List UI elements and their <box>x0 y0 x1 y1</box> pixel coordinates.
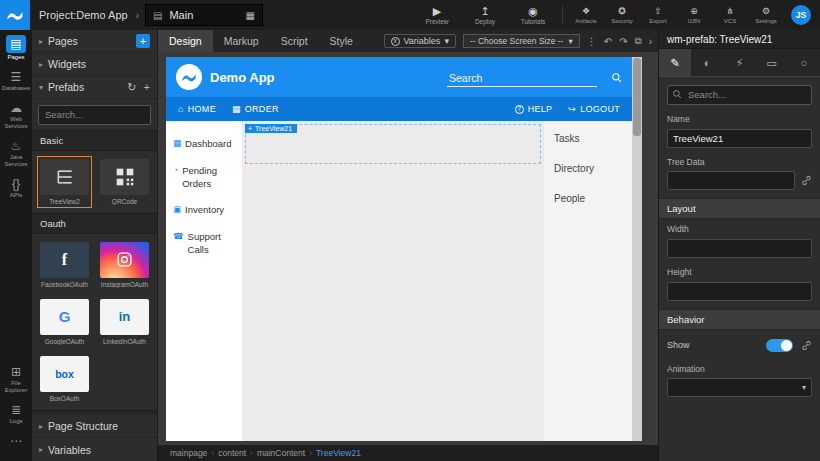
deploy-button[interactable]: ↥ Deploy <box>461 5 509 25</box>
widgets-section-header[interactable]: ▸ Widgets <box>32 53 157 76</box>
settings-button[interactable]: ⚙ Settings <box>748 6 784 24</box>
facebook-icon: f <box>40 242 89 278</box>
search-icon[interactable] <box>611 72 622 83</box>
tree-data-input[interactable] <box>667 171 795 190</box>
nav-home[interactable]: ⌂ HOME <box>178 104 216 114</box>
expand-panel-icon[interactable]: › <box>649 36 652 47</box>
breadcrumb-content[interactable]: content <box>211 448 246 458</box>
kebab-menu-icon[interactable]: ⋮ <box>587 36 597 47</box>
nav-logout[interactable]: ↪ LOGOUT <box>568 104 620 114</box>
linkedin-icon: in <box>100 299 149 335</box>
prefab-tile-boxoauth[interactable]: box BoxOAuth <box>37 353 92 405</box>
prefab-tile-linkedinoauth[interactable]: in LinkedInOAuth <box>97 296 152 348</box>
menu-item-pending-orders[interactable]: ◔ Pending Orders <box>166 158 242 198</box>
prefab-search-input[interactable] <box>38 105 151 125</box>
show-toggle[interactable] <box>766 339 793 352</box>
rail-item-pages[interactable]: ▤ Pages <box>1 35 31 61</box>
page-selector-value: Main <box>169 9 193 21</box>
prefab-tile-qrcode[interactable]: QRCode <box>97 156 152 208</box>
caret-down-icon: ▾ <box>568 36 572 46</box>
tab-markup[interactable]: Markup <box>213 30 270 52</box>
top-bar: Project:Demo App › ▤ Main ▦ ▶ Preview ↥ … <box>0 0 820 30</box>
tab-device[interactable]: ▭ <box>756 49 788 76</box>
bind-link-icon[interactable] <box>801 175 812 186</box>
list-item-tasks[interactable]: Tasks <box>554 133 622 144</box>
page-structure-section-header[interactable]: ▸ Page Structure <box>32 415 157 438</box>
bind-link-icon[interactable] <box>801 340 812 351</box>
refresh-prefabs-button[interactable]: ↻ <box>127 81 136 94</box>
styles-icon: ◐ <box>704 57 711 69</box>
page-selector[interactable]: ▤ Main ▦ <box>145 4 263 26</box>
canvas-app-header[interactable]: Demo App <box>166 57 632 97</box>
list-item-people[interactable]: People <box>554 193 622 204</box>
prefab-tile-instagramoauth[interactable]: InstagramOAuth <box>97 239 152 291</box>
canvas-search-input[interactable] <box>447 70 597 86</box>
canvas-scrollbar-thumb[interactable] <box>633 58 641 136</box>
redo-icon[interactable]: ↷ <box>619 36 627 47</box>
prefab-list-scroll[interactable]: Basic TreeView2 QRCode <box>32 130 157 416</box>
copy-icon[interactable]: ⧉ <box>635 35 642 47</box>
home-icon: ⌂ <box>178 104 184 114</box>
canvas-scrollbar[interactable] <box>632 57 642 441</box>
prefabs-section-header[interactable]: ▾ Prefabs ↻ + <box>32 76 157 99</box>
animation-field: Animation ▾ <box>659 359 820 401</box>
menu-item-inventory[interactable]: ▣ Inventory <box>166 197 242 224</box>
preview-button[interactable]: ▶ Preview <box>413 5 461 25</box>
rail-item-java-services[interactable]: ♨ Java Services <box>1 139 31 168</box>
security-icon: ✪ <box>604 6 640 17</box>
design-canvas[interactable]: Demo App ⌂ HOME <box>166 57 632 441</box>
i18n-button[interactable]: ⊕ I18N <box>676 6 712 24</box>
undo-icon[interactable]: ↶ <box>604 36 612 47</box>
widget-selection-tag[interactable]: + TreeView21 <box>245 124 297 133</box>
nav-help[interactable]: ? HELP <box>515 104 553 114</box>
chevron-right-icon: ▸ <box>39 422 43 431</box>
device-icon: ▭ <box>766 56 777 70</box>
add-page-button[interactable]: + <box>136 34 150 48</box>
menu-item-support-calls[interactable]: ☎ Support Calls <box>166 224 242 264</box>
canvas-area: Demo App ⌂ HOME <box>158 52 658 445</box>
breadcrumb-mainpage[interactable]: mainpage <box>170 448 207 458</box>
rail-item-databases[interactable]: ☰ Databases <box>1 70 31 92</box>
properties-search-input[interactable] <box>667 85 812 105</box>
tab-properties[interactable]: ✎ <box>659 49 691 76</box>
breadcrumb-maincontent[interactable]: mainContent <box>250 448 305 458</box>
tab-script[interactable]: Script <box>270 30 319 52</box>
name-input[interactable] <box>667 129 812 148</box>
nav-order[interactable]: ▦ ORDER <box>232 104 279 114</box>
rail-item-more[interactable]: ⋯ <box>1 434 31 448</box>
tab-more[interactable]: ○ <box>788 49 820 76</box>
tab-design[interactable]: Design <box>158 30 213 52</box>
width-input[interactable] <box>667 239 812 258</box>
canvas-main-content[interactable]: + TreeView21 <box>242 121 544 441</box>
tutorials-button[interactable]: ◉ Tutorials <box>509 5 557 25</box>
prefab-tile-facebookoauth[interactable]: f FacebookOAuth <box>37 239 92 291</box>
screen-size-select[interactable]: -- Choose Screen Size -- ▾ <box>463 34 580 48</box>
rail-item-apis[interactable]: {} APIs <box>1 177 31 199</box>
menu-item-dashboard[interactable]: ▦ Dashboard <box>166 131 242 158</box>
add-prefab-button[interactable]: + <box>144 81 150 94</box>
tab-style[interactable]: Style <box>319 30 364 52</box>
artifacts-button[interactable]: ❖ Artifacts <box>568 6 604 24</box>
export-button[interactable]: ⇧ Export <box>640 6 676 24</box>
variables-section-header[interactable]: ▸ Variables <box>32 438 157 461</box>
animation-select[interactable]: ▾ <box>667 378 812 397</box>
tab-styles[interactable]: ◐ <box>691 49 723 76</box>
prefab-search <box>32 99 157 130</box>
vcs-button[interactable]: ⋔ VCS <box>712 6 748 24</box>
breadcrumb-treeview21[interactable]: TreeView21 <box>309 448 361 458</box>
height-input[interactable] <box>667 282 812 301</box>
rail-item-web-services[interactable]: ☁ Web Services <box>1 101 31 130</box>
rail-item-file-explorer[interactable]: ⊞ File Explorer <box>1 365 31 394</box>
canvas-body: ▦ Dashboard ◔ Pending Orders ▣ Inventory <box>166 121 632 441</box>
security-button[interactable]: ✪ Security <box>604 6 640 24</box>
treeview-widget-selection[interactable]: + TreeView21 <box>245 124 541 164</box>
prefab-tile-googleoauth[interactable]: G GoogleOAuth <box>37 296 92 348</box>
prefab-tile-treeview2[interactable]: TreeView2 <box>37 156 92 208</box>
list-item-directory[interactable]: Directory <box>554 163 622 174</box>
rail-item-logs[interactable]: ≣ Logs <box>1 403 31 425</box>
variables-button[interactable]: x Variables ▾ <box>384 34 456 48</box>
tab-events[interactable]: ⚡ <box>723 49 755 76</box>
help-icon: ? <box>515 105 524 114</box>
user-avatar[interactable]: JS <box>791 5 811 25</box>
pages-section-header[interactable]: ▸ Pages + <box>32 30 157 53</box>
